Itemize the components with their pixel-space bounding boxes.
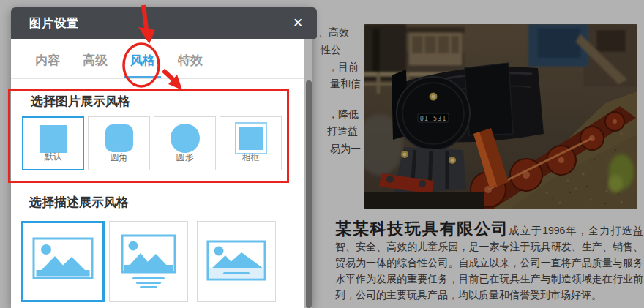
desc-option-image-with-text[interactable] [109, 221, 188, 302]
image-style-options: 默认 圆角 圆形 相框 [22, 116, 285, 170]
style-option-frame[interactable]: 相框 [220, 116, 282, 170]
tab-effects[interactable]: 特效 [172, 52, 209, 78]
style-option-label: 相框 [220, 151, 281, 164]
image-with-caption-icon [200, 236, 273, 288]
desc-style-section-title: 选择描述展示风格 [29, 194, 129, 211]
desc-option-image-with-caption[interactable] [197, 221, 276, 302]
desc-option-image-only[interactable] [21, 221, 105, 302]
screenshot-stage: 、高效 性公 ，目前 量和信 ，降低 打造益 易为一 [0, 0, 644, 308]
dialog-body: 内容 高级 风格 特效 选择图片展示风格 默认 圆角 圆形 [11, 39, 304, 308]
style-option-label: 默认 [23, 151, 83, 163]
image-settings-dialog: 图片设置 ✕ 内容 高级 风格 特效 选择图片展示风格 默认 圆角 [11, 7, 312, 308]
image-style-section-title: 选择图片展示风格 [31, 93, 130, 110]
dialog-title: 图片设置 [29, 7, 79, 39]
frame-shape-icon [220, 122, 281, 154]
rounded-shape-icon [89, 122, 149, 154]
tab-advanced[interactable]: 高级 [77, 52, 113, 78]
style-option-default[interactable]: 默认 [22, 116, 84, 170]
tab-bar: 内容 高级 风格 特效 [11, 52, 304, 79]
style-option-label: 圆角 [89, 151, 149, 164]
style-option-rounded[interactable]: 圆角 [88, 116, 150, 170]
style-option-label: 圆形 [154, 151, 215, 164]
close-icon[interactable]: ✕ [291, 16, 305, 31]
image-with-text-icon [112, 234, 185, 290]
dialog-header: 图片设置 ✕ [11, 7, 317, 39]
style-option-circle[interactable]: 圆形 [154, 116, 216, 170]
circle-shape-icon [154, 122, 215, 154]
dialog-scrollbar-thumb[interactable] [306, 80, 312, 308]
tab-content[interactable]: 内容 [29, 52, 66, 78]
image-placeholder-icon [26, 236, 100, 288]
tab-style[interactable]: 风格 [124, 52, 161, 78]
